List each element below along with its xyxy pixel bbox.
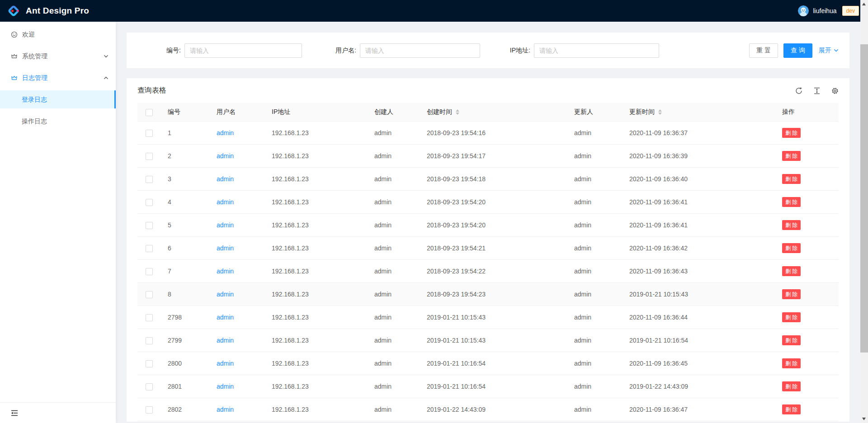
scrollbar-thumb[interactable]	[860, 44, 868, 352]
table-card-header: 查询表格	[137, 78, 839, 103]
column-height-icon[interactable]	[813, 87, 821, 94]
username-link[interactable]: admin	[217, 383, 234, 390]
filter-field-id: 编号:	[166, 43, 302, 58]
table-row: 8 admin 192.168.1.23 admin 2018-09-23 19…	[137, 283, 839, 306]
sidebar-collapse-trigger[interactable]	[0, 402, 116, 423]
row-checkbox[interactable]	[146, 383, 153, 390]
sidebar-item-login-log[interactable]: 登录日志	[0, 90, 116, 108]
cell-updated-time: 2020-11-09 16:36:41	[622, 214, 775, 237]
username-link[interactable]: admin	[217, 291, 234, 298]
username-link[interactable]: admin	[217, 129, 234, 136]
cell-created-time: 2019-01-21 10:15:43	[420, 329, 567, 352]
delete-button[interactable]: 删 除	[782, 174, 801, 184]
sort-updated-time[interactable]: 更新时间	[629, 108, 662, 116]
username-link[interactable]: admin	[217, 152, 234, 160]
cell-id: 3	[160, 168, 209, 191]
row-checkbox[interactable]	[146, 314, 153, 321]
query-table-card: 查询表格	[127, 78, 849, 422]
crown-icon	[11, 53, 18, 60]
username-link[interactable]: admin	[217, 175, 234, 183]
header-user-area[interactable]: liufeihua dev	[798, 5, 859, 16]
delete-button[interactable]: 删 除	[782, 243, 801, 253]
cell-updater: admin	[567, 375, 622, 398]
cell-updated-time: 2020-11-09 16:36:45	[622, 352, 775, 375]
cell-creator: admin	[367, 145, 420, 168]
row-checkbox[interactable]	[146, 130, 153, 137]
vertical-scrollbar[interactable]	[860, 0, 868, 423]
row-checkbox[interactable]	[146, 360, 153, 367]
username-field-label: 用户名:	[335, 47, 356, 55]
username-link[interactable]: admin	[217, 268, 234, 275]
row-checkbox[interactable]	[146, 406, 153, 414]
cell-created-time: 2018-09-23 19:54:18	[420, 168, 567, 191]
username-link[interactable]: admin	[217, 337, 234, 344]
sidebar-item-operation-log[interactable]: 操作日志	[0, 112, 116, 130]
username-link[interactable]: admin	[217, 221, 234, 229]
username: liufeihua	[813, 7, 836, 14]
row-checkbox[interactable]	[146, 268, 153, 275]
row-checkbox[interactable]	[146, 222, 153, 229]
scrollbar-up-arrow[interactable]	[862, 3, 866, 5]
cell-updater: admin	[567, 352, 622, 375]
cell-creator: admin	[367, 260, 420, 283]
cell-id: 2	[160, 145, 209, 168]
delete-button[interactable]: 删 除	[782, 289, 801, 299]
cell-ip: 192.168.1.23	[264, 168, 367, 191]
cell-updated-time: 2019-01-22 14:43:09	[622, 375, 775, 398]
reset-button[interactable]: 重 置	[749, 43, 778, 58]
row-checkbox[interactable]	[146, 291, 153, 298]
table-row: 3 admin 192.168.1.23 admin 2018-09-23 19…	[137, 168, 839, 191]
row-checkbox[interactable]	[146, 245, 153, 252]
sorter-icon	[456, 109, 459, 115]
scrollbar-down-arrow[interactable]	[862, 418, 866, 420]
table-toolbar	[795, 87, 839, 94]
column-header-ip: IP地址	[264, 103, 367, 122]
sidebar-item-welcome[interactable]: 欢迎	[0, 25, 116, 43]
cell-id: 2802	[160, 398, 209, 421]
logo[interactable]: Ant Design Pro	[7, 5, 89, 17]
username-link[interactable]: admin	[217, 314, 234, 321]
delete-button[interactable]: 删 除	[782, 151, 801, 161]
expand-link[interactable]: 展开	[819, 47, 839, 55]
delete-button[interactable]: 删 除	[782, 266, 801, 276]
delete-button[interactable]: 删 除	[782, 128, 801, 138]
username-field-input[interactable]	[360, 43, 480, 58]
column-header-creator: 创建人	[367, 103, 420, 122]
filter-actions: 重 置 查 询 展开	[749, 43, 839, 58]
expand-link-label: 展开	[819, 47, 831, 55]
username-link[interactable]: admin	[217, 244, 234, 252]
row-checkbox[interactable]	[146, 337, 153, 344]
sidebar-item-system-management[interactable]: 系统管理	[0, 47, 116, 65]
delete-button[interactable]: 删 除	[782, 381, 801, 391]
cell-updater: admin	[567, 214, 622, 237]
cell-created-time: 2019-01-21 10:16:54	[420, 352, 567, 375]
cell-ip: 192.168.1.23	[264, 398, 367, 421]
row-checkbox[interactable]	[146, 153, 153, 160]
delete-button[interactable]: 删 除	[782, 335, 801, 345]
user-avatar[interactable]	[798, 5, 809, 16]
query-table: 编号 用户名 IP地址 创建人 创建时间 更新人 更新时间	[137, 103, 839, 421]
reload-icon[interactable]	[795, 87, 802, 94]
query-button[interactable]: 查 询	[783, 43, 812, 58]
delete-button[interactable]: 删 除	[782, 312, 801, 322]
delete-button[interactable]: 删 除	[782, 358, 801, 368]
select-all-checkbox[interactable]	[146, 109, 153, 116]
settings-gear-icon[interactable]	[831, 87, 839, 94]
sort-created-time[interactable]: 创建时间	[427, 108, 459, 116]
cell-id: 2800	[160, 352, 209, 375]
row-checkbox[interactable]	[146, 199, 153, 206]
username-link[interactable]: admin	[217, 406, 234, 413]
table-row: 2798 admin 192.168.1.23 admin 2019-01-21…	[137, 306, 839, 329]
row-checkbox[interactable]	[146, 176, 153, 183]
delete-button[interactable]: 删 除	[782, 220, 801, 230]
ip-field-input[interactable]	[534, 43, 659, 58]
delete-button[interactable]: 删 除	[782, 197, 801, 207]
username-link[interactable]: admin	[217, 360, 234, 367]
cell-id: 4	[160, 191, 209, 214]
column-header-created-time: 创建时间	[420, 103, 567, 122]
id-field-input[interactable]	[184, 43, 302, 58]
sidebar-item-log-management[interactable]: 日志管理	[0, 69, 116, 87]
delete-button[interactable]: 删 除	[782, 404, 801, 414]
username-link[interactable]: admin	[217, 198, 234, 206]
cell-id: 2798	[160, 306, 209, 329]
